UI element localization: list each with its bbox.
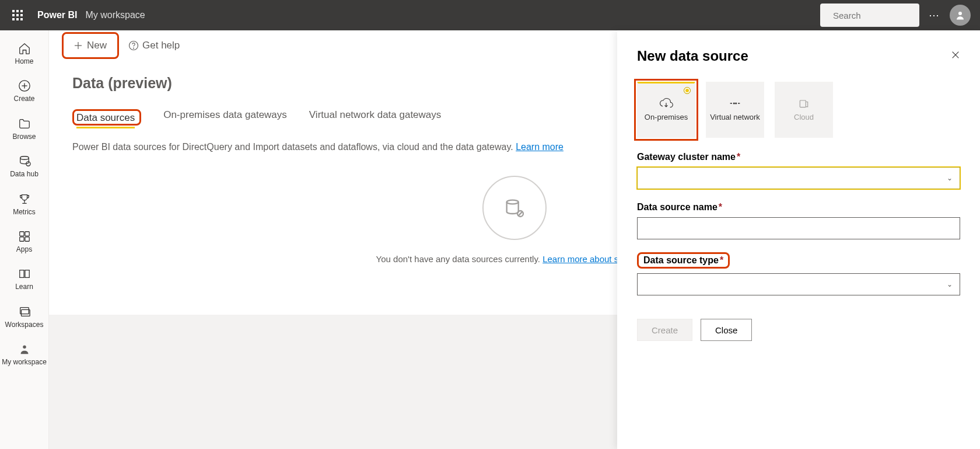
highlight-tab-data-sources: Data sources: [72, 109, 141, 126]
gateway-cluster-dropdown[interactable]: ⌄: [637, 167, 960, 189]
app-launcher-icon[interactable]: [9, 7, 26, 23]
cloud-icon: [796, 98, 812, 109]
brand-title: Power BI: [37, 10, 77, 20]
type-virtual-network-label: Virtual network: [710, 113, 760, 122]
empty-state-text: You don't have any data sources currentl…: [376, 254, 653, 264]
nav-my-workspace-label: My workspace: [2, 358, 47, 366]
data-hub-icon: [18, 155, 31, 168]
get-help-label: Get help: [142, 40, 180, 51]
svg-point-6: [20, 156, 29, 160]
svg-rect-10: [19, 232, 23, 236]
nav-create-label: Create: [13, 95, 34, 103]
trophy-icon: [18, 193, 31, 206]
type-cloud-label: Cloud: [794, 113, 814, 122]
cloud-sync-icon: [658, 98, 674, 109]
avatar[interactable]: [950, 5, 971, 26]
nav-data-hub-label: Data hub: [10, 170, 38, 178]
type-virtual-network[interactable]: Virtual network: [706, 82, 764, 138]
new-button-label: New: [87, 40, 107, 51]
gateway-cluster-label: Gateway cluster name*: [637, 152, 960, 162]
type-cloud[interactable]: Cloud: [775, 82, 833, 138]
source-type-cards: On-premises Virtual network Cloud: [637, 82, 960, 138]
chevron-down-icon: ⌄: [947, 174, 953, 182]
panel-title: New data source: [637, 48, 748, 64]
network-icon: [727, 98, 743, 109]
nav-data-hub[interactable]: Data hub: [0, 149, 48, 186]
learn-more-link[interactable]: Learn more: [516, 142, 564, 152]
chevron-down-icon: ⌄: [947, 280, 953, 288]
left-nav: Home Create Browse Data hub Metrics Apps…: [0, 30, 49, 449]
field-data-source-type: Data source type* ⌄: [637, 252, 960, 295]
plus-icon: [73, 40, 83, 51]
nav-metrics-label: Metrics: [13, 208, 36, 216]
nav-learn[interactable]: Learn: [0, 262, 48, 299]
plus-circle-icon: [18, 79, 31, 92]
nav-home-label: Home: [15, 57, 33, 65]
tab-virtual-network[interactable]: Virtual network data gateways: [309, 109, 441, 126]
workspace-title: My workspace: [85, 10, 145, 20]
svg-rect-12: [19, 237, 23, 241]
search-input[interactable]: [833, 11, 944, 20]
svg-rect-13: [24, 237, 29, 241]
data-source-name-input[interactable]: [637, 217, 960, 239]
empty-text-main: You don't have any data sources currentl…: [376, 254, 543, 264]
close-button-action[interactable]: Close: [701, 319, 752, 341]
folder-icon: [18, 117, 31, 130]
nav-apps-label: Apps: [16, 245, 32, 253]
nav-apps[interactable]: Apps: [0, 224, 48, 262]
new-button[interactable]: New: [65, 34, 115, 57]
nav-workspaces[interactable]: Workspaces: [0, 300, 48, 337]
data-source-type-label: Data source type*: [643, 255, 723, 266]
nav-my-workspace[interactable]: My workspace: [0, 337, 48, 374]
top-bar: Power BI My workspace ⋯: [0, 0, 980, 30]
data-source-type-dropdown[interactable]: ⌄: [637, 273, 960, 295]
apps-icon: [18, 230, 31, 243]
person-icon: [18, 343, 31, 356]
svg-point-21: [507, 200, 519, 204]
person-icon: [955, 10, 965, 20]
svg-rect-27: [800, 100, 806, 107]
type-on-premises-label: On-premises: [645, 113, 688, 122]
nav-home[interactable]: Home: [0, 36, 48, 74]
data-source-name-label: Data source name*: [637, 202, 960, 213]
nav-learn-label: Learn: [15, 283, 33, 291]
nav-metrics[interactable]: Metrics: [0, 187, 48, 224]
nav-workspaces-label: Workspaces: [5, 321, 44, 329]
panel-header: New data source: [637, 48, 960, 64]
svg-point-16: [23, 346, 26, 349]
create-button[interactable]: Create: [637, 319, 692, 341]
nav-browse[interactable]: Browse: [0, 112, 48, 149]
tab-data-sources[interactable]: Data sources: [76, 112, 135, 128]
new-data-source-panel: New data source On-premises Virtual netw…: [617, 30, 980, 449]
home-icon: [18, 42, 31, 55]
workspaces-icon: [18, 305, 31, 318]
tab-on-premises[interactable]: On-premises data gateways: [163, 109, 287, 126]
type-on-premises[interactable]: On-premises: [637, 82, 695, 138]
svg-point-20: [134, 48, 134, 48]
highlight-new: New: [62, 32, 119, 59]
selected-indicator-icon: [684, 87, 691, 94]
svg-point-2: [958, 12, 962, 15]
close-button[interactable]: [951, 50, 960, 62]
search-box[interactable]: [820, 4, 919, 27]
get-help-link[interactable]: Get help: [128, 40, 180, 51]
close-icon: [951, 50, 960, 60]
field-gateway-cluster: Gateway cluster name* ⌄: [637, 152, 960, 189]
svg-point-25: [734, 103, 735, 104]
field-data-source-name: Data source name*: [637, 202, 960, 239]
description-text: Power BI data sources for DirectQuery an…: [72, 142, 516, 152]
book-icon: [18, 267, 31, 280]
nav-create[interactable]: Create: [0, 74, 48, 111]
help-icon: [128, 40, 139, 51]
more-icon[interactable]: ⋯: [929, 9, 940, 22]
highlight-data-source-type: Data source type*: [637, 252, 730, 269]
svg-point-26: [736, 103, 737, 104]
panel-actions: Create Close: [637, 319, 960, 341]
svg-rect-11: [24, 232, 29, 236]
nav-browse-label: Browse: [12, 133, 36, 141]
empty-state-icon: [482, 176, 547, 240]
